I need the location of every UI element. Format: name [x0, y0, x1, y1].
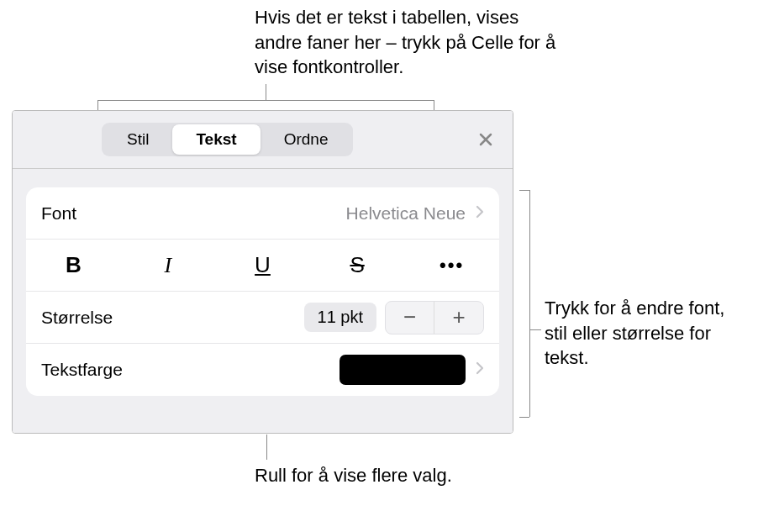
size-value[interactable]: 11 pkt: [304, 303, 376, 332]
callout-bracket: [97, 100, 434, 101]
textcolor-swatch[interactable]: [340, 355, 466, 385]
text-style-row: B I U S •••: [26, 240, 499, 292]
font-label: Font: [41, 203, 76, 224]
callout-line: [266, 435, 267, 460]
close-icon: [478, 132, 493, 147]
font-row[interactable]: Font Helvetica Neue: [26, 187, 499, 240]
more-styles-button[interactable]: •••: [404, 240, 499, 291]
callout-bracket: [519, 190, 529, 191]
textcolor-label: Tekstfarge: [41, 360, 123, 380]
strikethrough-button[interactable]: S: [310, 240, 405, 291]
callout-bracket: [529, 190, 530, 417]
chevron-right-icon: [476, 205, 484, 222]
size-decrease-button[interactable]: −: [386, 302, 434, 334]
close-button[interactable]: [472, 126, 499, 153]
tab-style[interactable]: Stil: [103, 124, 172, 155]
callout-bracket: [434, 100, 434, 110]
tab-segmented-control: Stil Tekst Ordne: [102, 123, 353, 156]
bold-button[interactable]: B: [26, 240, 121, 291]
size-label: Størrelse: [41, 308, 113, 328]
size-row: Størrelse 11 pkt − +: [26, 292, 499, 344]
callout-scroll: Rull for å vise flere valg.: [255, 463, 465, 488]
size-stepper: − +: [385, 301, 484, 334]
tab-text[interactable]: Tekst: [172, 124, 260, 155]
size-increase-button[interactable]: +: [434, 302, 483, 334]
font-card: Font Helvetica Neue B I U S ••• Størrels…: [26, 187, 499, 396]
italic-button[interactable]: I: [121, 240, 216, 291]
callout-line: [529, 329, 541, 330]
underline-button[interactable]: U: [215, 240, 310, 291]
callout-bracket: [519, 417, 529, 418]
chevron-right-icon: [476, 361, 484, 378]
tab-arrange[interactable]: Ordne: [261, 124, 352, 155]
callout-bracket: [97, 100, 98, 110]
callout-font-controls: Trykk for å endre font, stil eller størr…: [545, 296, 746, 371]
format-panel: Stil Tekst Ordne Font Helvetica Neue: [12, 110, 513, 434]
callout-line: [266, 84, 266, 100]
panel-header: Stil Tekst Ordne: [13, 111, 513, 169]
font-value: Helvetica Neue: [346, 203, 466, 224]
panel-body: Font Helvetica Neue B I U S ••• Størrels…: [13, 169, 513, 433]
callout-tabs: Hvis det er tekst i tabellen, vises andr…: [255, 5, 557, 80]
textcolor-row[interactable]: Tekstfarge: [26, 344, 499, 396]
